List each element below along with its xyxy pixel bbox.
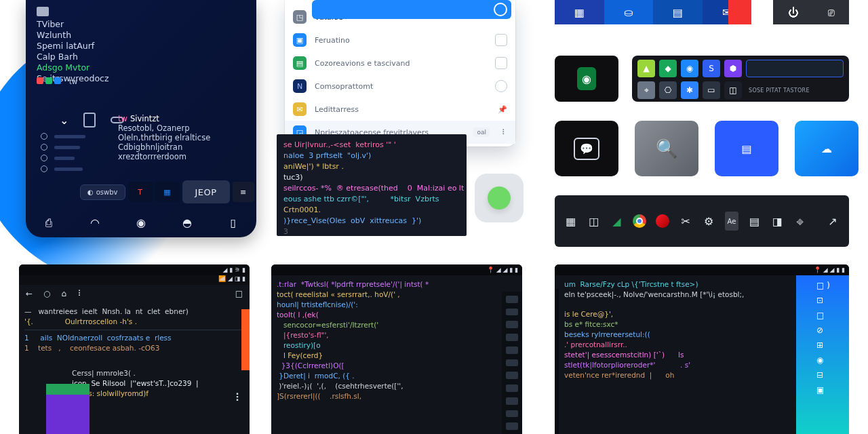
link[interactable]: Calp Barh: [37, 52, 108, 62]
opera-icon[interactable]: [656, 212, 669, 231]
radio-list: [41, 133, 85, 176]
mobile-editor-3: 📍 ◢ ◢ ▮ ▮ ⛝ um Rarse/Fzy cLp \{'Tircstne…: [555, 264, 849, 434]
nav-icon[interactable]: ▯: [225, 214, 241, 231]
radio[interactable]: [41, 133, 47, 140]
tool-icon[interactable]: □: [816, 311, 849, 320]
link[interactable]: Wzlunth: [37, 30, 108, 41]
tool-icon[interactable]: ◉: [816, 355, 849, 365]
app-icon[interactable]: ▲: [637, 60, 655, 77]
dropdown-item[interactable]: NComsoprattomt: [285, 75, 515, 98]
minimap[interactable]: [502, 292, 522, 434]
tool-icon[interactable]: □ ): [816, 281, 849, 290]
menu-icon[interactable]: ≡: [233, 182, 254, 202]
search-field[interactable]: [746, 60, 844, 77]
pin-icon: 📌: [498, 105, 507, 114]
action-icon[interactable]: [495, 34, 507, 46]
settings-icon[interactable]: ⎚: [828, 6, 835, 19]
tb-icon[interactable]: ◨: [771, 212, 785, 231]
radio[interactable]: [41, 155, 47, 161]
more-icon[interactable]: ⠇: [235, 391, 243, 404]
link[interactable]: TViber: [37, 19, 108, 30]
dropdown-item[interactable]: ▣Feruatino: [285, 28, 515, 52]
tb-icon[interactable]: ◫: [587, 212, 601, 231]
app-icon[interactable]: ⌖: [637, 81, 655, 99]
phone-panel: TViber Wzlunth Spemi latAurf Calp Barh A…: [26, 0, 256, 237]
power-icon[interactable]: ⏻: [788, 6, 799, 19]
tool-icon[interactable]: ⊞: [816, 340, 849, 350]
search-tile[interactable]: 🔍: [635, 121, 698, 176]
grid-icon: ▦: [574, 6, 585, 19]
app-icon[interactable]: ⎔: [659, 81, 677, 99]
chevron-down-icon[interactable]: ⌄: [60, 114, 68, 127]
avatar-icon: [494, 3, 507, 16]
tb-icon[interactable]: ▤: [748, 212, 762, 231]
float-button[interactable]: [475, 174, 524, 222]
back-icon[interactable]: ←: [26, 289, 33, 298]
app-tile[interactable]: T: [128, 182, 153, 202]
dropdown-item[interactable]: ▤Cozoreavions e tascivand: [285, 52, 515, 75]
action-icon[interactable]: [495, 57, 507, 69]
cloud-icon: ☁: [821, 142, 832, 155]
up-icon[interactable]: ⌂: [62, 289, 67, 298]
app-icon[interactable]: S: [703, 60, 720, 77]
tb-icon[interactable]: ⚙: [702, 212, 715, 231]
more-icon[interactable]: ⠇: [77, 289, 83, 298]
sheets-icon[interactable]: ◢: [610, 212, 624, 231]
action-icon[interactable]: [495, 80, 507, 92]
jeop-button[interactable]: JEOP: [182, 180, 230, 203]
mobile-editor-1: ◢ ▮ ⚞ ▮ 📶 ◢ ◨ ▮ ← ○ ⌂ ⠇ □ — wantreiees i…: [19, 264, 250, 434]
tab[interactable]: ▦: [555, 0, 604, 24]
shield-card[interactable]: ◉: [555, 56, 618, 102]
tb-icon[interactable]: ↗: [826, 212, 840, 231]
app-icon[interactable]: ▭: [703, 81, 720, 99]
app-icon[interactable]: ◫: [724, 81, 742, 99]
nav-icon[interactable]: ⎙: [41, 214, 57, 231]
square-icon[interactable]: □: [235, 289, 243, 298]
pill-button[interactable]: ◐ oswbv: [80, 184, 125, 200]
nav-icon[interactable]: ◓: [179, 214, 195, 231]
tray: ⏻ ⎚: [773, 0, 849, 24]
tb-icon[interactable]: ✂: [679, 212, 692, 231]
lines-icon: ▤: [741, 142, 751, 155]
link[interactable]: Adsgo Mvtor: [37, 62, 108, 73]
cloud-tile[interactable]: ☁: [795, 121, 859, 176]
app-icon[interactable]: ⬢: [724, 60, 742, 77]
dropdown-item[interactable]: ✉Ledittarress📌: [285, 98, 515, 121]
scroll-indicator: [241, 309, 250, 370]
link[interactable]: Spemi latAurf: [37, 41, 108, 52]
tool-icon[interactable]: ⊘: [816, 326, 849, 335]
tool-icon[interactable]: ⊡: [816, 296, 849, 305]
code-body[interactable]: .t:rlar *Twtksl( *lpdrft rrpretsele'/('|…: [271, 275, 522, 406]
tb-icon[interactable]: ⎆: [793, 212, 807, 231]
gutter-purple: [46, 395, 90, 434]
radio[interactable]: [41, 165, 47, 172]
app-icon[interactable]: ◉: [681, 60, 698, 77]
radio[interactable]: [41, 144, 47, 151]
record-button[interactable]: [728, 0, 751, 24]
tab-icon[interactable]: [83, 113, 96, 127]
chrome-icon[interactable]: [633, 212, 646, 231]
nav-icon[interactable]: ◉: [133, 214, 149, 231]
tb-icon[interactable]: Ae: [725, 212, 738, 231]
tool-column: □ ) ⊡ □ ⊘ ⊞ ◉ ⊟ ▣: [796, 275, 849, 434]
app-icon[interactable]: ◆: [659, 60, 677, 77]
lines-tile[interactable]: ▤: [715, 121, 778, 176]
tool-icon[interactable]: ⊟: [816, 370, 849, 380]
app-icon[interactable]: ✱: [681, 81, 698, 99]
dropdown-menu: ◳Vutarse ▣Feruatino ▤Cozoreavions e tasc…: [285, 0, 515, 146]
tb-icon[interactable]: ▦: [564, 212, 578, 231]
status-bar: ◢ ▮ ⚞ ▮: [19, 264, 250, 275]
chat-tile[interactable]: 💬: [555, 121, 618, 176]
status-bar: 📍 ◢ ◢ ▮ ▮: [555, 264, 849, 275]
mobile-nav: ← ○ ⌂ ⠇ □: [19, 285, 250, 302]
gutter-green: [46, 384, 90, 395]
tab[interactable]: ▤: [653, 0, 703, 24]
home-icon[interactable]: ○: [43, 289, 50, 298]
app-tile[interactable]: ▦: [155, 182, 180, 202]
doc-icon: ▤: [673, 6, 683, 19]
more-icon[interactable]: ⠇: [502, 128, 507, 137]
badge: oal: [473, 127, 490, 137]
tab[interactable]: ⛀: [604, 0, 654, 24]
nav-icon[interactable]: ◠: [87, 214, 103, 231]
tool-icon[interactable]: ▣: [816, 385, 849, 395]
